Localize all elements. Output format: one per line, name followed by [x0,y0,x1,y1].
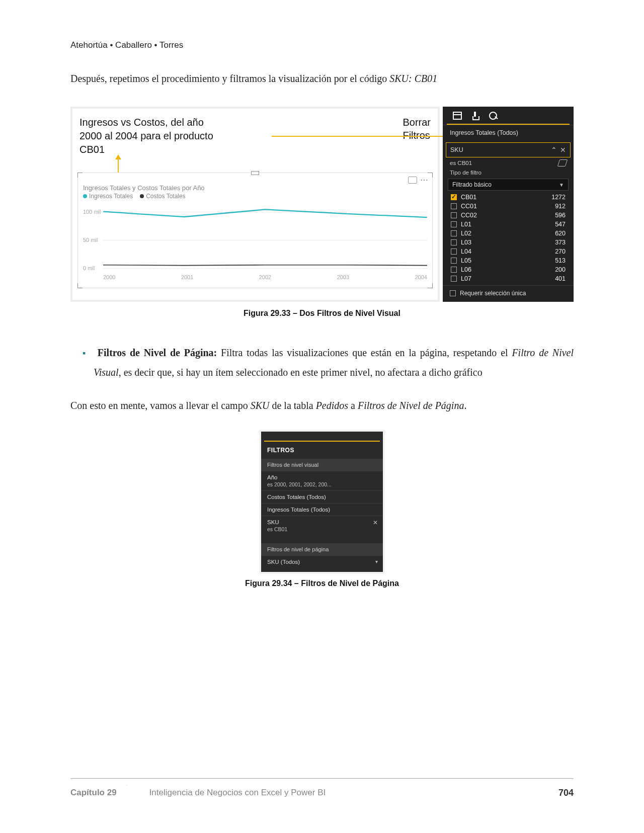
filter-row-costos[interactable]: Costos Totales (Todos) [261,490,383,503]
page-footer: Capítulo 29 Inteligencia de Negocios con… [70,778,574,801]
filter-anio-label: Año [267,474,377,480]
filter-row-ingresos[interactable]: Ingresos Totales (Todos) [261,503,383,516]
filter-anio-sub: es 2000, 2001, 2002, 200... [267,481,377,487]
footer-title: Inteligencia de Negocios con Excel y Pow… [127,788,558,798]
filter-row-sku[interactable]: SKU es CB01 ✕ [261,516,383,535]
filter-costos-label: Costos Totales (Todos) [267,494,377,500]
filters-pane: FILTROS Filtros de nivel visual Año es 2… [259,430,385,574]
footer-page-number: 704 [558,788,574,798]
filter-sku-sub: es CB01 [267,526,377,532]
filters-pane-tabs [264,432,380,442]
annotation-connector-line [272,136,443,137]
filter-row-anio[interactable]: Año es 2000, 2001, 2002, 200... [261,471,383,490]
figure-29-34: FILTROS Filtros de nivel visual Año es 2… [70,430,574,574]
filter-sku-label: SKU [267,519,377,525]
footer-chapter: Capítulo 29 [70,785,127,801]
filter-sku-todos-label: SKU (Todos) [267,559,377,565]
chevron-down-icon[interactable]: ▾ [375,559,378,564]
filter-ingresos-label: Ingresos Totales (Todos) [267,507,377,513]
filter-row-sku-todos[interactable]: SKU (Todos) ▾ [261,555,383,568]
remove-filter-icon[interactable]: ✕ [373,519,378,526]
